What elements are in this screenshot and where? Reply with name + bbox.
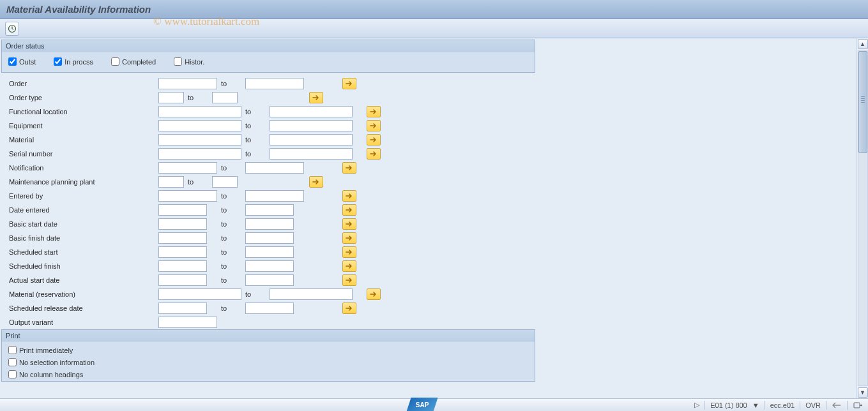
date_entered-to-input[interactable] [245,204,294,216]
actual_start-to-input[interactable] [245,274,294,286]
vertical-scrollbar[interactable]: ▲ ▼ [857,38,868,398]
status-settings-icon[interactable] [853,401,863,410]
basic_finish-multiple-selection-button[interactable] [342,232,356,244]
order-row: Orderto [1,77,535,91]
sched_release-label: Scheduled release date [1,304,158,312]
basic_finish-to-input[interactable] [245,232,294,244]
material_res-to-input[interactable] [270,288,353,300]
material-label: Material [1,136,158,144]
sched_finish-from-input[interactable] [158,260,207,272]
scroll-thumb[interactable] [858,51,867,153]
scroll-up-button[interactable]: ▲ [858,39,868,49]
maint_plant-multiple-selection-button[interactable] [309,176,323,188]
date_entered-label: Date entered [1,206,158,214]
material-multiple-selection-button[interactable] [367,134,381,146]
material_res-multiple-selection-button[interactable] [367,288,381,300]
outst-checkbox-input[interactable] [8,57,17,66]
status-dropdown-icon[interactable]: ▼ [752,401,759,409]
maint_plant-to-input[interactable] [212,176,238,188]
material_res-label: Material (reservation) [1,290,158,298]
sched_release-multiple-selection-button[interactable] [342,303,356,314]
date_entered-multiple-selection-button[interactable] [342,204,356,216]
material-to-input[interactable] [270,134,353,146]
basic_start-from-input[interactable] [158,218,207,230]
in-process-checkbox[interactable]: In procss [54,57,93,66]
functional_location-to-input[interactable] [270,106,353,117]
serial_number-to-input[interactable] [270,148,353,160]
output_variant-from-input[interactable] [158,317,217,328]
execute-button[interactable] [5,22,19,36]
order-from-input[interactable] [158,78,217,89]
order_type-from-input[interactable] [158,92,184,103]
equipment-multiple-selection-button[interactable] [367,120,381,131]
no-selection-input[interactable] [8,358,17,366]
equipment-to-input[interactable] [270,120,353,131]
status-sep [765,401,765,410]
maint_plant-from-input[interactable] [158,176,184,188]
status-sep [847,401,848,410]
entered_by-to-input[interactable] [245,190,304,202]
completed-checkbox[interactable]: Completed [111,57,156,66]
date_entered-from-input[interactable] [158,204,207,216]
notification-to-input[interactable] [245,162,304,174]
sched_release-to-input[interactable] [245,303,294,314]
functional_location-multiple-selection-button[interactable] [367,106,381,117]
status-triangle-icon[interactable]: ▷ [694,401,699,409]
order-multiple-selection-button[interactable] [342,78,356,89]
completed-checkbox-input[interactable] [111,57,119,66]
actual_start-multiple-selection-button[interactable] [342,274,356,286]
material-from-input[interactable] [158,134,241,146]
content-scroll: Order status Outst In procss [0,38,857,398]
to-label: to [184,178,212,186]
status-sep [826,401,826,410]
entered_by-from-input[interactable] [158,190,217,202]
material_res-from-input[interactable] [158,288,241,300]
to-label: to [241,136,270,144]
date_entered-row: Date enteredto [1,203,535,217]
basic_start-to-input[interactable] [245,218,294,230]
arrow-right-icon [346,165,353,171]
toolbar: © www.tutorialkart.com [0,19,868,38]
actual_start-from-input[interactable] [158,274,207,286]
histor-checkbox[interactable]: Histor. [174,57,204,66]
in-process-checkbox-input[interactable] [54,57,62,66]
status-back-icon[interactable] [832,401,842,410]
histor-checkbox-input[interactable] [174,57,182,66]
notification-multiple-selection-button[interactable] [342,162,356,174]
order_type-to-input[interactable] [212,92,238,103]
sched_finish-label: Scheduled finish [1,262,158,270]
entered_by-row: Entered byto [1,189,535,203]
scroll-track[interactable] [858,50,868,386]
print-immediately-checkbox[interactable]: Print immediately [8,346,528,354]
no-selection-checkbox[interactable]: No selection information [8,358,528,366]
equipment-from-input[interactable] [158,120,241,131]
outst-checkbox[interactable]: Outst [8,57,36,66]
content-area: Order status Outst In procss [0,38,868,398]
notification-from-input[interactable] [158,162,217,174]
order-to-input[interactable] [245,78,304,89]
arrow-right-icon [346,277,353,283]
order_type-multiple-selection-button[interactable] [309,92,323,103]
selection-fields: OrdertoOrder typetoFunctional locationto… [0,73,537,329]
print-immediately-input[interactable] [8,346,17,354]
sched_start-from-input[interactable] [158,246,207,258]
basic_finish-from-input[interactable] [158,232,207,244]
sched_release-from-input[interactable] [158,303,207,314]
basic_start-multiple-selection-button[interactable] [342,218,356,230]
functional_location-from-input[interactable] [158,106,241,117]
serial_number-from-input[interactable] [158,148,241,160]
to-label: to [217,80,245,87]
no-headings-input[interactable] [8,370,17,378]
order-status-title: Order status [2,40,535,52]
to-label: to [217,276,245,284]
serial_number-multiple-selection-button[interactable] [367,148,381,160]
no-headings-checkbox[interactable]: No column headings [8,370,528,378]
outst-label: Outst [19,58,36,66]
scroll-down-button[interactable]: ▼ [858,387,868,398]
sched_start-multiple-selection-button[interactable] [342,246,356,258]
sched_finish-to-input[interactable] [245,260,294,272]
sched_finish-multiple-selection-button[interactable] [342,260,356,272]
entered_by-multiple-selection-button[interactable] [342,190,356,202]
sched_start-to-input[interactable] [245,246,294,258]
sched_start-label: Scheduled start [1,248,158,256]
